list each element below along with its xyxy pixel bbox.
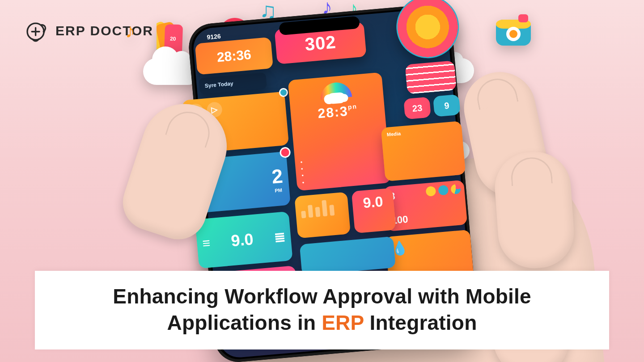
svg-rect-11 [518, 14, 528, 22]
headline-line1: Enhancing Workflow Approval with Mobile [113, 285, 531, 308]
rainbow-icon [320, 81, 352, 100]
cloud-icon [429, 141, 470, 160]
music-note-icon: ♪ [349, 0, 358, 18]
hero-graphic: ERP DOCTOR ♪ 20 [0, 0, 644, 362]
pie-icon [450, 184, 461, 194]
phone-statusbar: 9126 [207, 14, 432, 41]
status-time: 9126 [207, 33, 221, 41]
bottom-widget-a [300, 236, 396, 276]
wave-icon: ᘛ [195, 176, 209, 195]
mini-badge: 9 [433, 94, 461, 117]
weather-item [302, 172, 386, 186]
chart-widget [294, 192, 351, 238]
logo-mark-icon [25, 19, 49, 43]
weather-item [301, 165, 385, 179]
weather-widget: 28:3pn [288, 72, 391, 191]
badge-dot-icon [279, 88, 288, 97]
chart-label [303, 230, 345, 233]
weather-list [300, 152, 386, 186]
chat-icon: 💬 [187, 103, 204, 120]
weather-item [300, 152, 384, 165]
count-widget: 9.0 [352, 188, 396, 233]
svg-point-12 [506, 27, 521, 41]
secondary-number: 9.0 [230, 230, 254, 250]
hand-finger [458, 65, 554, 202]
svg-rect-2 [157, 27, 174, 64]
calendar-widget: ᘛ 2 PM [188, 152, 291, 214]
stat-chips [425, 184, 461, 197]
play-icon: ▷ [206, 101, 223, 118]
weather-temp: 28:3 [317, 104, 349, 121]
svg-point-1 [43, 30, 45, 33]
sync-text: Syre Today [204, 78, 261, 89]
clock-time: 28:36 [201, 46, 267, 66]
svg-point-13 [509, 30, 517, 38]
music-note-icon: ♪ [322, 0, 332, 19]
stat-a: 8 [389, 190, 395, 202]
count-label [360, 226, 390, 228]
svg-rect-10 [496, 20, 531, 29]
mini-badge-value: 23 [412, 103, 423, 114]
cloud-icon [327, 92, 346, 104]
stripe-widget [405, 60, 457, 94]
count-number: 9.0 [357, 193, 389, 212]
svg-text:20: 20 [170, 35, 176, 42]
bar-chart-icon [300, 197, 343, 218]
mini-badge-value: 9 [444, 100, 449, 111]
bottom-a-text [305, 241, 388, 248]
clock-widget-large: 302 [275, 22, 367, 64]
cal-unit: PM [273, 187, 284, 194]
mini-badge: 23 [403, 97, 431, 120]
secondary-label [232, 248, 254, 250]
headline-line2b: Integration [364, 311, 477, 334]
svg-rect-9 [496, 20, 531, 46]
weather-subtitle [297, 117, 380, 124]
pin-badge-icon [280, 147, 291, 158]
media-widget: Media [381, 121, 466, 181]
cloud-icon [420, 58, 474, 83]
brand-logo: ERP DOCTOR [25, 19, 153, 43]
svg-rect-6 [164, 24, 183, 65]
svg-rect-5 [157, 21, 181, 64]
media-title: Media [386, 126, 456, 138]
music-subtitle [191, 141, 283, 149]
weather-unit: pn [347, 103, 357, 111]
svg-rect-4 [157, 21, 180, 64]
list-icon: ≡ [202, 236, 211, 251]
music-note-icon: ♫ [259, 0, 277, 24]
target-icon [394, 0, 462, 61]
stats-widget: 8 100 [383, 180, 467, 232]
clock-number: 302 [280, 31, 360, 55]
camera-icon [494, 13, 533, 49]
headline-accent: ERP [322, 311, 364, 334]
droplet-icon: 💧 [391, 235, 466, 257]
hand-thumb [115, 93, 237, 247]
cal-label [196, 194, 209, 195]
svg-point-8 [229, 27, 240, 38]
svg-rect-3 [157, 22, 178, 64]
secondary-widget: ≡ 9.0 ≣ [195, 211, 293, 269]
media-subtitle [390, 170, 460, 177]
dot-icon [425, 186, 436, 197]
map-pin-icon [219, 18, 250, 58]
hand-finger [492, 149, 576, 270]
headline-text: Enhancing Workflow Approval with Mobile … [53, 283, 591, 336]
cloud-icon [143, 58, 201, 85]
sync-label: Syre Today [199, 72, 267, 94]
clock-widget-small: 28:36 [195, 37, 273, 75]
music-title: Music [190, 124, 282, 137]
logo-text: ERP DOCTOR [55, 23, 153, 38]
bars-icon: ≣ [274, 228, 286, 245]
cal-number: 2 [271, 165, 284, 188]
status-right [432, 14, 432, 21]
headline-line2a: Applications in [167, 311, 322, 334]
color-fan-icon: 20 [157, 20, 224, 75]
phone-notch [279, 16, 360, 36]
headline-banner: Enhancing Workflow Approval with Mobile … [35, 271, 609, 349]
dot-icon [438, 185, 449, 196]
weather-item [301, 158, 384, 172]
stat-b: 100 [391, 214, 409, 226]
music-widget: 💬 ▷ Music [182, 92, 289, 154]
